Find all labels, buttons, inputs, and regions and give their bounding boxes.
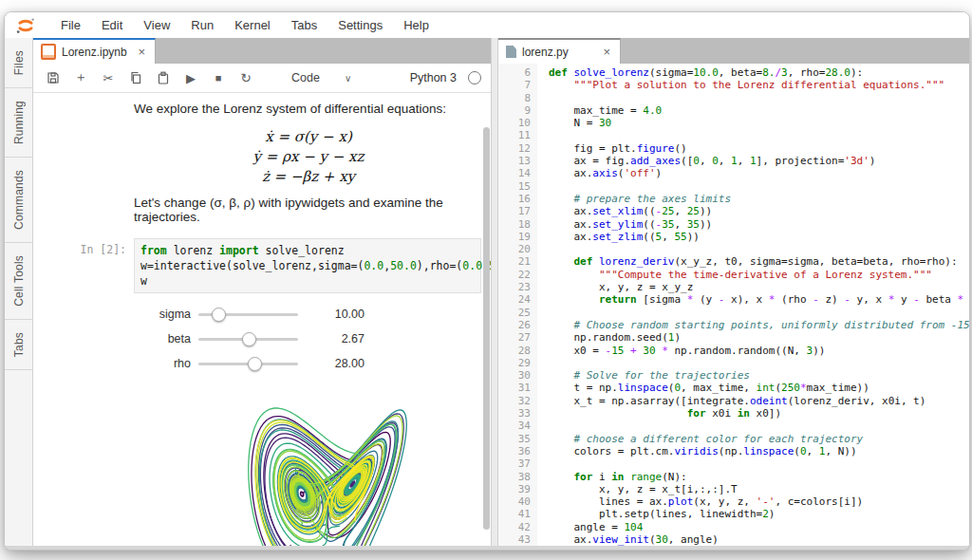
- widget-sliders: sigma10.00beta2.67rho28.00: [33, 302, 491, 376]
- sidebar-tab-files[interactable]: Files: [5, 38, 32, 88]
- sidebar-tab-label: Commands: [12, 170, 26, 230]
- editor-code: def solve_lorenz(sigma=10.0, beta=8./3, …: [537, 64, 969, 546]
- menu-items: FileEditViewRunKernelTabsSettingsHelp: [50, 18, 439, 32]
- notebook-panel: Lorenz.ipynb × ＋✂▶■↻ Code ∨ Python 3 We …: [33, 38, 491, 546]
- cell-type-value: Code: [291, 71, 320, 84]
- save-icon[interactable]: [45, 69, 62, 86]
- panel-divider[interactable]: [491, 38, 498, 546]
- menu-edit[interactable]: Edit: [91, 18, 133, 32]
- slider-value: 2.67: [315, 332, 364, 345]
- tab-title: Lorenz.ipynb: [62, 46, 127, 59]
- sidebar-tab-commands[interactable]: Commands: [5, 158, 32, 243]
- sidebar-tab-cell-tools[interactable]: Cell Tools: [5, 243, 32, 320]
- cell-type-dropdown[interactable]: Code ∨: [291, 71, 351, 84]
- close-icon[interactable]: ×: [136, 45, 147, 59]
- menu-view[interactable]: View: [133, 18, 180, 32]
- code-cell-input[interactable]: from lorenz import solve_lorenzw=interac…: [134, 238, 481, 293]
- menu-run[interactable]: Run: [180, 18, 224, 32]
- notebook-toolbar: ＋✂▶■↻ Code ∨ Python 3: [33, 64, 491, 93]
- window-bottom-edge: [5, 546, 969, 550]
- slider-track-rho[interactable]: [198, 357, 298, 370]
- sidebar-tabs: FilesRunningCommandsCell ToolsTabs: [5, 38, 33, 546]
- slider-track-beta[interactable]: [198, 332, 298, 345]
- slider-label: beta: [33, 332, 191, 345]
- slider-value: 10.00: [315, 308, 364, 321]
- tab-lorenz-ipynb[interactable]: Lorenz.ipynb ×: [33, 38, 156, 64]
- cell-prompt: In [2]:: [33, 238, 134, 293]
- slider-label: rho: [33, 357, 191, 370]
- markdown-intro: We explore the Lorenz system of differen…: [134, 102, 483, 116]
- cut-icon[interactable]: ✂: [100, 69, 117, 86]
- menu-file[interactable]: File: [50, 18, 91, 32]
- menu-bar: FileEditViewRunKernelTabsSettingsHelp: [5, 12, 969, 38]
- slider-row-beta: beta2.67: [33, 327, 491, 351]
- restart-icon[interactable]: ↻: [237, 69, 254, 86]
- sidebar-tab-tabs[interactable]: Tabs: [5, 320, 32, 370]
- slider-handle-sigma[interactable]: [212, 308, 226, 322]
- editor-panel: lorenz.py × 6789101112131415161718192021…: [498, 38, 969, 546]
- slider-value: 28.00: [315, 357, 364, 370]
- sidebar-tab-label: Files: [12, 50, 26, 75]
- jupyter-logo-icon: [14, 15, 37, 36]
- tab-lorenz-py[interactable]: lorenz.py ×: [498, 38, 621, 64]
- kernel-name: Python 3: [410, 71, 457, 84]
- stop-icon[interactable]: ■: [210, 69, 227, 86]
- slider-track-sigma[interactable]: [198, 308, 298, 321]
- code-cell: In [2]: from lorenz import solve_lorenzw…: [33, 238, 491, 293]
- slider-handle-beta[interactable]: [242, 332, 256, 346]
- equation-line: ẏ = ρx − y − xz: [134, 147, 483, 167]
- app-window: FileEditViewRunKernelTabsSettingsHelp Fi…: [4, 11, 970, 551]
- notebook-scrollbar[interactable]: [483, 127, 490, 530]
- copy-icon[interactable]: [127, 69, 144, 86]
- sidebar-tab-running[interactable]: Running: [5, 88, 32, 158]
- close-icon[interactable]: ×: [601, 45, 612, 59]
- menu-settings[interactable]: Settings: [327, 18, 393, 32]
- sidebar-tab-label: Cell Tools: [12, 255, 26, 307]
- equation-line: ż = −βz + xy: [134, 167, 483, 187]
- slider-label: sigma: [33, 308, 191, 321]
- menu-kernel[interactable]: Kernel: [224, 18, 281, 32]
- slider-row-rho: rho28.00: [33, 351, 491, 376]
- line-numbers: 6789101112131415161718192021222324252627…: [498, 64, 537, 546]
- equation-line: ẋ = σ(y − x): [134, 127, 483, 147]
- run-icon[interactable]: ▶: [182, 69, 199, 86]
- file-icon: [506, 46, 516, 58]
- notebook-icon: [41, 44, 56, 60]
- chevron-down-icon: ∨: [345, 73, 351, 84]
- tab-title: lorenz.py: [522, 46, 569, 59]
- notebook-content: We explore the Lorenz system of differen…: [33, 93, 491, 546]
- equations-block: ẋ = σ(y − x)ẏ = ρx − y − xzż = −βz + xy: [134, 127, 483, 187]
- slider-handle-rho[interactable]: [248, 357, 262, 371]
- editor-tabbar: lorenz.py ×: [498, 38, 969, 64]
- notebook-tabbar: Lorenz.ipynb ×: [33, 38, 491, 64]
- add-icon[interactable]: ＋: [72, 69, 89, 86]
- slider-row-sigma: sigma10.00: [33, 302, 491, 327]
- sidebar-tab-label: Tabs: [12, 332, 26, 357]
- kernel-status-icon[interactable]: [468, 71, 481, 84]
- menu-help[interactable]: Help: [393, 18, 439, 32]
- paste-icon[interactable]: [155, 69, 172, 86]
- sidebar-tab-label: Running: [12, 101, 26, 144]
- menu-tabs[interactable]: Tabs: [281, 18, 327, 32]
- lorenz-plot: [178, 401, 477, 546]
- markdown-outro: Let's change (σ, β, ρ) with ipywidgets a…: [134, 196, 483, 224]
- code-editor[interactable]: 6789101112131415161718192021222324252627…: [498, 64, 969, 546]
